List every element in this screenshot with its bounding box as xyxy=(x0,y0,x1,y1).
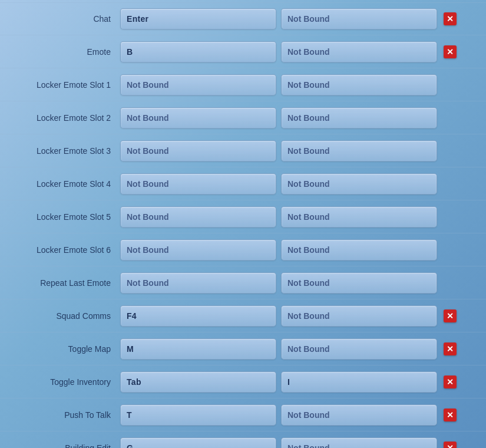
x-icon: ✕ xyxy=(444,309,457,322)
primary-key-slot[interactable]: B xyxy=(120,41,276,62)
secondary-key-value: I xyxy=(287,377,290,387)
secondary-key-slot[interactable]: Not Bound xyxy=(281,404,437,426)
primary-key-slot[interactable]: M xyxy=(120,338,276,360)
keybind-row: Push To TalkTNot Bound✕ xyxy=(0,398,486,431)
keybind-row: Locker Emote Slot 3Not BoundNot Bound xyxy=(0,134,486,167)
primary-key-slot[interactable]: Tab xyxy=(120,371,276,393)
keybind-row: Locker Emote Slot 4Not BoundNot Bound xyxy=(0,167,486,200)
primary-key-value: Not Bound xyxy=(127,113,169,123)
secondary-key-slot[interactable]: Not Bound xyxy=(281,437,437,449)
primary-key-value: B xyxy=(127,47,133,57)
primary-key-slot[interactable]: Not Bound xyxy=(120,206,276,228)
clear-binding-button[interactable]: ✕ xyxy=(441,439,459,449)
secondary-key-slot[interactable]: Not Bound xyxy=(281,8,437,29)
secondary-key-slot[interactable]: Not Bound xyxy=(281,239,437,261)
secondary-key-value: Not Bound xyxy=(287,14,330,24)
row-label: Locker Emote Slot 3 xyxy=(0,146,118,156)
secondary-key-value: Not Bound xyxy=(287,443,330,449)
secondary-key-slot[interactable]: Not Bound xyxy=(281,305,437,327)
row-label: Repeat Last Emote xyxy=(0,278,118,288)
row-label: Locker Emote Slot 4 xyxy=(0,179,118,189)
secondary-key-value: Not Bound xyxy=(287,278,330,288)
primary-key-slot[interactable]: Not Bound xyxy=(120,239,276,261)
row-label: Locker Emote Slot 6 xyxy=(0,245,118,255)
keybind-container[interactable]: ChatEnterNot Bound✕EmoteBNot Bound✕Locke… xyxy=(0,0,486,448)
primary-key-value: Tab xyxy=(127,377,141,387)
keybind-row: Squad CommsF4Not Bound✕ xyxy=(0,299,486,332)
primary-key-slot[interactable]: Enter xyxy=(120,8,276,29)
row-label: Building Edit xyxy=(0,443,118,449)
secondary-key-slot[interactable]: I xyxy=(281,371,437,393)
keybind-row: Locker Emote Slot 1Not BoundNot Bound xyxy=(0,68,486,101)
secondary-key-slot[interactable]: Not Bound xyxy=(281,206,437,228)
secondary-key-slot[interactable]: Not Bound xyxy=(281,272,437,294)
keybind-row: Toggle MapMNot Bound✕ xyxy=(0,332,486,365)
secondary-key-slot[interactable]: Not Bound xyxy=(281,140,437,162)
primary-key-slot[interactable]: T xyxy=(120,404,276,426)
primary-key-slot[interactable]: G xyxy=(120,437,276,449)
row-label: Push To Talk xyxy=(0,410,118,420)
secondary-key-value: Not Bound xyxy=(287,146,330,156)
keybind-row: ChatEnterNot Bound✕ xyxy=(0,2,486,35)
primary-key-slot[interactable]: Not Bound xyxy=(120,272,276,294)
secondary-key-value: Not Bound xyxy=(287,212,330,222)
row-label: Chat xyxy=(0,14,118,24)
keybind-row: Locker Emote Slot 2Not BoundNot Bound xyxy=(0,101,486,134)
primary-key-slot[interactable]: F4 xyxy=(120,305,276,327)
secondary-key-value: Not Bound xyxy=(287,80,330,90)
primary-key-slot[interactable]: Not Bound xyxy=(120,107,276,129)
primary-key-value: Enter xyxy=(127,14,148,24)
secondary-key-value: Not Bound xyxy=(287,113,330,123)
secondary-key-value: Not Bound xyxy=(287,245,330,255)
keybind-row: Toggle InventoryTabI✕ xyxy=(0,365,486,398)
primary-key-value: Not Bound xyxy=(127,80,169,90)
primary-key-slot[interactable]: Not Bound xyxy=(120,173,276,195)
primary-key-slot[interactable]: Not Bound xyxy=(120,140,276,162)
secondary-key-slot[interactable]: Not Bound xyxy=(281,173,437,195)
secondary-key-slot[interactable]: Not Bound xyxy=(281,41,437,62)
row-label: Toggle Map xyxy=(0,344,118,354)
clear-binding-button[interactable]: ✕ xyxy=(441,406,459,424)
row-label: Locker Emote Slot 1 xyxy=(0,80,118,90)
secondary-key-value: Not Bound xyxy=(287,179,330,189)
x-icon: ✕ xyxy=(444,12,457,25)
primary-key-value: Not Bound xyxy=(127,146,169,156)
x-icon: ✕ xyxy=(444,442,457,449)
row-label: Emote xyxy=(0,47,118,57)
row-label: Squad Comms xyxy=(0,311,118,321)
primary-key-value: G xyxy=(127,443,133,449)
primary-key-value: Not Bound xyxy=(127,245,169,255)
secondary-key-slot[interactable]: Not Bound xyxy=(281,338,437,360)
secondary-key-value: Not Bound xyxy=(287,344,330,354)
secondary-key-slot[interactable]: Not Bound xyxy=(281,74,437,95)
primary-key-value: T xyxy=(127,410,132,420)
secondary-key-slot[interactable]: Not Bound xyxy=(281,107,437,129)
keybind-row: Repeat Last EmoteNot BoundNot Bound xyxy=(0,266,486,299)
primary-key-value: Not Bound xyxy=(127,212,169,222)
secondary-key-value: Not Bound xyxy=(287,47,330,57)
primary-key-value: F4 xyxy=(127,311,137,321)
keybind-row: Building EditGNot Bound✕ xyxy=(0,431,486,448)
keybind-row: Locker Emote Slot 5Not BoundNot Bound xyxy=(0,200,486,233)
x-icon: ✕ xyxy=(444,375,457,388)
keybind-row: EmoteBNot Bound✕ xyxy=(0,35,486,68)
secondary-key-value: Not Bound xyxy=(287,311,330,321)
primary-key-value: M xyxy=(127,344,134,354)
secondary-key-value: Not Bound xyxy=(287,410,330,420)
clear-binding-button[interactable]: ✕ xyxy=(441,42,459,61)
x-icon: ✕ xyxy=(444,409,457,421)
keybind-table: ChatEnterNot Bound✕EmoteBNot Bound✕Locke… xyxy=(0,0,486,448)
clear-binding-button[interactable]: ✕ xyxy=(441,307,459,325)
clear-binding-button[interactable]: ✕ xyxy=(441,373,459,391)
clear-binding-button[interactable]: ✕ xyxy=(441,340,459,358)
clear-binding-button[interactable]: ✕ xyxy=(441,9,459,28)
primary-key-slot[interactable]: Not Bound xyxy=(120,74,276,95)
primary-key-value: Not Bound xyxy=(127,278,169,288)
x-icon: ✕ xyxy=(444,45,457,58)
row-label: Locker Emote Slot 5 xyxy=(0,212,118,222)
primary-key-value: Not Bound xyxy=(127,179,169,189)
keybind-row: Locker Emote Slot 6Not BoundNot Bound xyxy=(0,233,486,266)
x-icon: ✕ xyxy=(444,342,457,355)
row-label: Toggle Inventory xyxy=(0,377,118,387)
row-label: Locker Emote Slot 2 xyxy=(0,113,118,123)
